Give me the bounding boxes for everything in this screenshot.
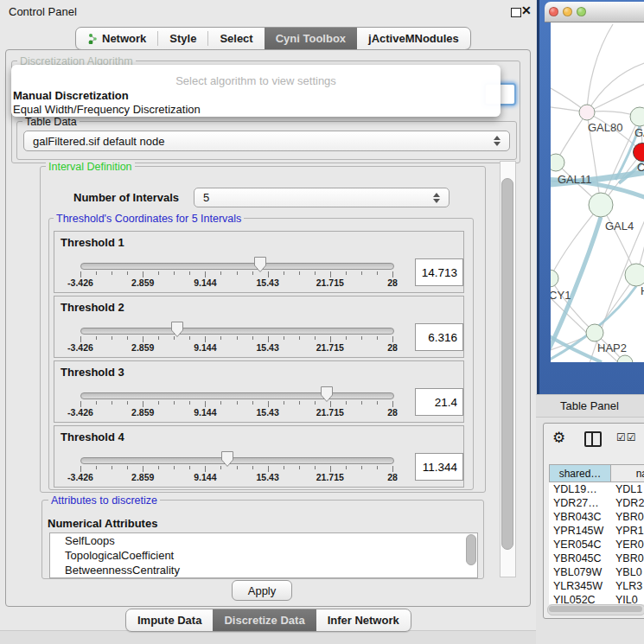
cell-name[interactable]: YDR2 bbox=[615, 497, 644, 509]
bottom-tab-bar: Impute DataDiscretize DataInfer Network bbox=[125, 609, 411, 632]
slider-tick bbox=[112, 466, 112, 469]
slider-tick-label: 28 bbox=[387, 407, 398, 418]
cell-shared-name[interactable]: YBR045C bbox=[553, 552, 602, 564]
num-intervals-value: 5 bbox=[203, 191, 209, 204]
table-row[interactable]: YBR045CYBR0 bbox=[549, 552, 644, 565]
column-header-name[interactable]: na bbox=[610, 464, 644, 482]
attributes-list-scrollbar[interactable] bbox=[466, 534, 476, 565]
hap2-node[interactable] bbox=[586, 324, 603, 341]
cell-shared-name[interactable]: YIL052C bbox=[553, 594, 596, 604]
gal11-node[interactable] bbox=[547, 154, 564, 171]
cell-name[interactable]: YER0 bbox=[615, 539, 644, 551]
column-header-shared-name[interactable]: shared… bbox=[549, 464, 611, 482]
slider-tick bbox=[299, 401, 300, 405]
gal7-node[interactable] bbox=[630, 107, 644, 126]
slider-thumb[interactable] bbox=[253, 256, 267, 273]
slider-tick bbox=[96, 401, 97, 405]
table-row[interactable]: YIL052CYIL0 bbox=[549, 593, 644, 604]
panel-scrollbar-thumb[interactable] bbox=[501, 178, 513, 550]
tab-discretize-data[interactable]: Discretize Data bbox=[213, 609, 316, 631]
cell-shared-name[interactable]: YDL19… bbox=[553, 483, 597, 495]
split-columns-icon[interactable] bbox=[584, 431, 602, 447]
table-row[interactable]: YDL19…YDL1 bbox=[549, 482, 644, 496]
cell-shared-name[interactable]: YBL079W bbox=[553, 566, 602, 578]
table-panel-title: Table Panel bbox=[560, 399, 619, 412]
node-table[interactable]: YDL19…YDL1YDR27…YDR2YBR043CYBR0YPR145WYP… bbox=[549, 482, 644, 604]
attribute-list-item[interactable]: BetweennessCentrality bbox=[50, 563, 477, 577]
node-label: HAP2 bbox=[597, 341, 627, 354]
slider-tick-label: 9.144 bbox=[194, 407, 216, 418]
cell-name[interactable]: YIL0 bbox=[615, 594, 638, 604]
threshold-slider[interactable]: -3.4262.8599.14415.4321.71528 bbox=[54, 361, 463, 422]
numerical-attributes-list[interactable]: SelfLoopsTopologicalCoefficientBetweenne… bbox=[49, 532, 478, 578]
gcy1-node[interactable] bbox=[541, 270, 558, 287]
threshold-value-input[interactable] bbox=[415, 258, 463, 286]
slider-thumb[interactable] bbox=[220, 450, 234, 468]
tab-select[interactable]: Select bbox=[208, 28, 264, 49]
algorithm-option[interactable]: Manual Discretization bbox=[13, 89, 129, 102]
cell-shared-name[interactable]: YER054C bbox=[553, 539, 602, 551]
gal4-node[interactable] bbox=[589, 193, 613, 217]
table-data-value: galFiltered.sif default node bbox=[33, 135, 164, 148]
cell-name[interactable]: YBR0 bbox=[615, 511, 644, 523]
slider-tick bbox=[252, 401, 253, 405]
slider-tick bbox=[80, 336, 81, 342]
cell-name[interactable]: YBL0 bbox=[615, 566, 642, 578]
table-data-combobox[interactable]: galFiltered.sif default node bbox=[23, 131, 510, 151]
cell-name[interactable]: YDL1 bbox=[615, 483, 642, 495]
table-row[interactable]: YER054CYER0 bbox=[549, 538, 644, 552]
tab-label: jActiveMNodules bbox=[368, 32, 459, 45]
slider-thumb[interactable] bbox=[170, 321, 184, 338]
cell-shared-name[interactable]: YPR145W bbox=[553, 525, 603, 537]
threshold-slider[interactable]: -3.4262.8599.14415.4321.71528 bbox=[54, 296, 463, 357]
h-node[interactable] bbox=[625, 264, 644, 286]
tab-style[interactable]: Style bbox=[158, 28, 207, 49]
slider-tick bbox=[189, 466, 190, 469]
cell-name[interactable]: YPR1 bbox=[615, 525, 644, 537]
gear-icon[interactable]: ⚙ bbox=[552, 429, 565, 447]
attribute-list-item[interactable]: SelfLoops bbox=[50, 533, 477, 548]
control-panel-titlebar: Control Panel ✕ bbox=[0, 0, 536, 22]
attribute-list-item[interactable]: TopologicalCoefficient bbox=[50, 548, 477, 563]
slider-tick bbox=[158, 401, 159, 405]
slider-track bbox=[80, 263, 394, 270]
threshold-slider[interactable]: -3.4262.8599.14415.4321.71528 bbox=[54, 426, 463, 487]
cell-name[interactable]: YLR3 bbox=[615, 580, 642, 592]
checkbox-icons[interactable]: ☑☑ bbox=[616, 431, 637, 443]
cell-shared-name[interactable]: YLR345W bbox=[553, 580, 603, 592]
threshold-value-input[interactable] bbox=[415, 453, 463, 481]
tab-impute-data[interactable]: Impute Data bbox=[126, 609, 213, 631]
node-label: GA bbox=[634, 126, 644, 139]
threshold-value-input[interactable] bbox=[415, 323, 463, 351]
gal80-node[interactable] bbox=[579, 105, 595, 120]
node-label: C bbox=[637, 161, 644, 174]
bottom-node[interactable] bbox=[617, 355, 633, 371]
table-row[interactable]: YBR043CYBR0 bbox=[549, 510, 644, 524]
close-icon[interactable]: ✕ bbox=[521, 3, 532, 17]
slider-tick bbox=[268, 401, 269, 407]
threshold-value-input[interactable] bbox=[415, 388, 463, 416]
tab-cyni-toolbox[interactable]: Cyni Toolbox bbox=[265, 28, 357, 49]
cell-name[interactable]: YBR0 bbox=[615, 552, 644, 564]
num-intervals-combobox[interactable]: 5 bbox=[194, 188, 450, 207]
table-row[interactable]: YPR145WYPR1 bbox=[549, 524, 644, 538]
tab-network[interactable]: Network bbox=[76, 28, 157, 49]
slider-tick bbox=[299, 336, 300, 340]
apply-button[interactable]: Apply bbox=[232, 580, 292, 601]
node-label: GAL4 bbox=[605, 220, 634, 233]
slider-thumb[interactable] bbox=[320, 386, 334, 403]
algorithm-option[interactable]: Equal Width/Frequency Discretization bbox=[13, 103, 201, 116]
cell-shared-name[interactable]: YDR27… bbox=[553, 497, 599, 509]
network-graph: GAL80GACGAL11GAL4GCY1HHAP2 bbox=[539, 0, 644, 394]
slider-tick-label: 2.859 bbox=[131, 407, 154, 418]
table-hscrollbar[interactable] bbox=[547, 604, 644, 615]
table-row[interactable]: YBL079WYBL0 bbox=[549, 565, 644, 579]
table-row[interactable]: YLR345WYLR3 bbox=[549, 579, 644, 593]
tab-jactivemnodules[interactable]: jActiveMNodules bbox=[357, 28, 470, 49]
threshold-slider[interactable]: -3.4262.8599.14415.4321.71528 bbox=[54, 232, 463, 292]
slider-tick bbox=[158, 271, 159, 275]
table-row[interactable]: YDR27…YDR2 bbox=[549, 496, 644, 510]
tab-infer-network[interactable]: Infer Network bbox=[316, 609, 411, 631]
float-window-icon[interactable] bbox=[511, 8, 521, 17]
cell-shared-name[interactable]: YBR043C bbox=[553, 511, 602, 523]
